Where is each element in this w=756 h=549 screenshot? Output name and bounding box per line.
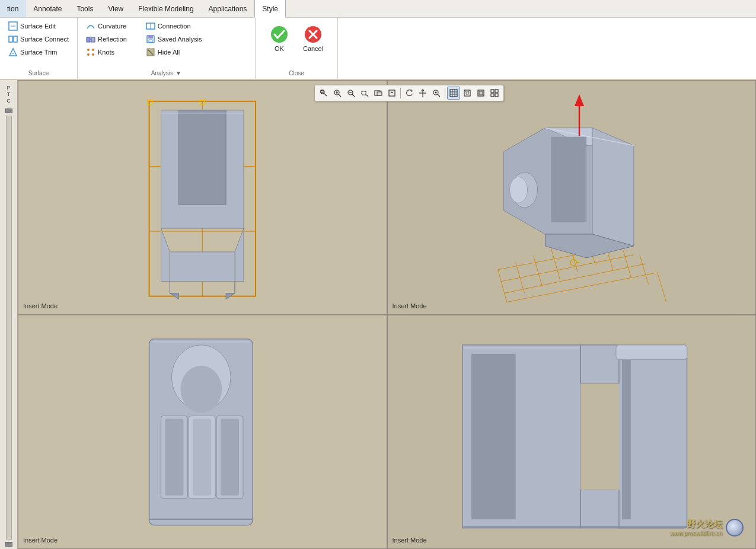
svg-rect-58 (495, 94, 498, 97)
curvature-btn[interactable]: Curvature (82, 20, 130, 32)
saved-analysis-btn[interactable]: Saved Analysis (142, 33, 206, 45)
surface-edit-btn[interactable]: Surface Edit (5, 20, 72, 32)
svg-rect-52 (466, 92, 468, 94)
svg-line-25 (324, 93, 327, 96)
svg-rect-17 (149, 40, 152, 42)
svg-marker-4 (9, 49, 17, 56)
scroll-down[interactable] (5, 542, 12, 547)
iso-view-svg (388, 81, 756, 314)
saved-analysis-icon (146, 34, 155, 44)
ribbon: Surface Edit Surface Connect Surface Tri… (0, 18, 756, 80)
surface-buttons: Surface Edit Surface Connect Surface Tri… (5, 20, 72, 58)
svg-point-102 (180, 365, 222, 413)
menu-flexible-modeling[interactable]: Flexible Modeling (131, 0, 201, 17)
hide-all-icon (146, 47, 155, 57)
surface-connect-btn[interactable]: Surface Connect (5, 33, 72, 45)
svg-marker-91 (592, 128, 634, 246)
reflection-btn[interactable]: Reflection (82, 33, 130, 45)
close-group-label: Close (256, 70, 337, 76)
knots-btn[interactable]: Knots (82, 46, 130, 58)
svg-point-93 (509, 177, 527, 203)
viewport-top-right[interactable]: Insert Mode (387, 80, 757, 315)
analysis-dropdown-icon[interactable]: ▼ (176, 70, 181, 76)
svg-point-12 (92, 53, 94, 56)
vt-zoom-in[interactable] (331, 87, 344, 100)
vt-orient[interactable] (385, 87, 398, 100)
surface-connect-icon (8, 34, 18, 44)
menu-style[interactable]: Style (254, 0, 286, 18)
vt-pan-window[interactable] (372, 87, 385, 100)
scroll-track (6, 116, 12, 540)
cancel-button[interactable]: Cancel (298, 23, 328, 55)
scroll-up[interactable] (5, 108, 12, 113)
svg-rect-69 (170, 252, 235, 282)
ok-button[interactable]: OK (265, 23, 294, 55)
vt-pan[interactable] (416, 87, 429, 100)
svg-marker-94 (551, 137, 586, 222)
connection-btn[interactable]: Connection (142, 20, 206, 32)
connection-icon (146, 21, 155, 31)
surface-trim-btn[interactable]: Surface Trim (5, 46, 72, 58)
analysis-left: Curvature Reflection Knots (82, 20, 130, 58)
svg-point-9 (87, 49, 90, 51)
svg-rect-115 (621, 353, 630, 519)
surface-group-label: Surface (0, 70, 77, 76)
svg-rect-56 (495, 90, 498, 92)
menu-view[interactable]: View (101, 0, 131, 17)
svg-rect-7 (91, 37, 95, 42)
menu-annotate[interactable]: Annotate (26, 0, 69, 17)
ok-cancel-buttons: OK Cancel (265, 23, 328, 55)
menu-tools[interactable]: Tools (69, 0, 101, 17)
svg-rect-107 (193, 419, 211, 496)
menu-tion[interactable]: tion (0, 0, 26, 17)
vt-zoom-fit[interactable] (317, 87, 330, 100)
knots-icon (86, 47, 95, 57)
svg-rect-6 (87, 37, 90, 42)
reflection-icon (86, 34, 95, 44)
svg-line-32 (352, 94, 355, 97)
side-panel: PTC (0, 80, 18, 549)
viewport-toolbar (314, 85, 504, 101)
watermark-logo (726, 519, 744, 537)
viewport-area: PTC (0, 80, 756, 549)
svg-rect-3 (14, 36, 17, 42)
svg-rect-113 (471, 353, 515, 519)
menu-applications[interactable]: Applications (202, 0, 255, 17)
svg-rect-118 (580, 383, 619, 489)
side-view-svg (388, 315, 756, 549)
vt-zoom-rect[interactable] (358, 87, 371, 100)
watermark: 野火论坛 www.proewildfire.cn (670, 519, 744, 537)
analysis-group-label: Analysis ▼ (78, 70, 255, 76)
vt-zoom-out[interactable] (344, 87, 358, 100)
svg-point-43 (435, 92, 437, 94)
viewport-bottom-right[interactable]: Insert Mode 野火论坛 www.proewildfire.cn (387, 315, 757, 550)
vt-view-top[interactable] (474, 87, 487, 100)
vt-refit[interactable] (488, 87, 501, 100)
svg-rect-44 (450, 90, 457, 97)
menu-bar: tion Annotate Tools View Flexible Modeli… (0, 0, 756, 18)
svg-line-35 (366, 95, 368, 97)
vt-rotate[interactable] (403, 87, 416, 100)
svg-rect-106 (165, 419, 183, 496)
viewport-top-left[interactable]: Insert Mode (18, 80, 387, 315)
hide-all-btn[interactable]: Hide All (142, 46, 206, 58)
vt-grid-toggle[interactable] (447, 87, 460, 100)
surface-edit-icon (8, 21, 18, 31)
vt-view-3d[interactable] (461, 87, 474, 100)
ribbon-group-analysis: Curvature Reflection Knots (78, 18, 256, 79)
vt-zoom-mode[interactable] (430, 87, 443, 100)
cancel-icon (304, 25, 323, 44)
viewport-bottom-left[interactable]: Insert Mode (18, 315, 387, 550)
svg-point-11 (87, 53, 90, 56)
svg-rect-16 (148, 36, 153, 39)
svg-rect-2 (9, 36, 12, 42)
svg-rect-119 (615, 344, 687, 359)
svg-rect-68 (178, 110, 226, 205)
svg-point-10 (92, 49, 94, 51)
svg-rect-108 (221, 419, 239, 496)
front-view-svg (18, 81, 387, 314)
vt-sep1 (400, 88, 401, 98)
svg-rect-34 (362, 91, 366, 95)
svg-rect-117 (580, 489, 619, 528)
svg-rect-37 (377, 92, 382, 95)
